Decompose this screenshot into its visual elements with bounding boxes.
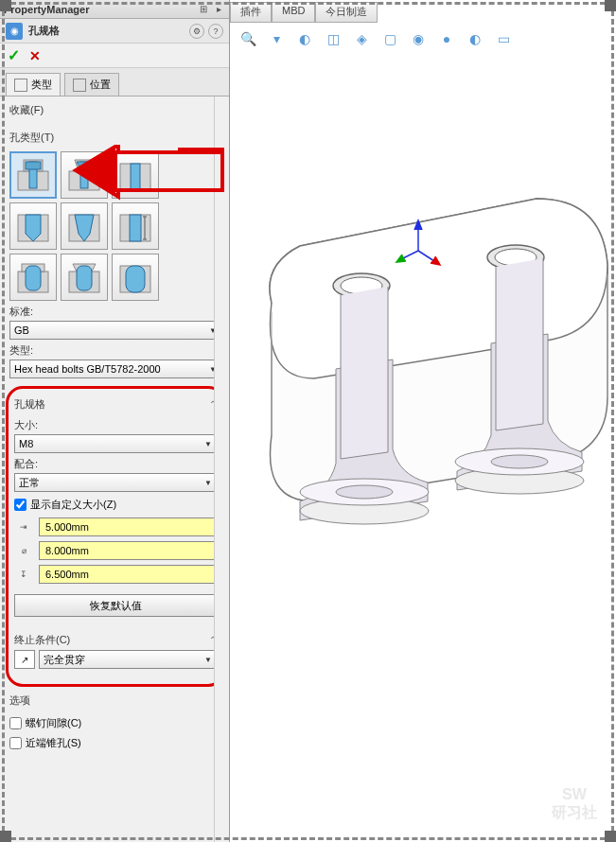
tab-position[interactable]: 位置 [64, 73, 119, 96]
hole-countersink-button[interactable] [61, 151, 108, 199]
svg-point-34 [491, 455, 548, 468]
highlight-annotation: 孔规格 ⌃ 大小: M8 ▼ 配合: 正常 ▼ 显示自定义 [6, 386, 225, 687]
custom-size-label: 显示自定义大小(Z) [30, 498, 116, 512]
dim3-input[interactable]: 6.500mm [39, 565, 217, 584]
reverse-direction-icon[interactable]: ↗ [14, 650, 35, 669]
fit-label: 配合: [14, 457, 217, 471]
view-toolbar: 🔍 ▾ ◐ ◫ ◈ ▢ ◉ ● ◐ ▭ [238, 26, 514, 51]
standard-label: 标准: [9, 305, 221, 319]
help-icon[interactable]: ? [208, 24, 223, 39]
dim-cbore-dia-icon: ⌀ [14, 541, 33, 560]
hole-wizard-icon: ◉ [6, 23, 23, 40]
ok-cancel-bar: ✓ ✕ [0, 44, 229, 68]
view-settings-icon[interactable]: ▭ [493, 28, 514, 49]
scrollbar[interactable] [214, 96, 229, 842]
size-value: M8 [19, 438, 33, 449]
standard-dropdown[interactable]: GB ▼ [9, 321, 221, 340]
end-condition-header[interactable]: 终止条件(C) ⌃ [14, 630, 217, 650]
fit-value: 正常 [19, 476, 40, 490]
tabs: 类型 位置 [0, 68, 229, 96]
section-view-icon[interactable]: ◫ [323, 28, 343, 49]
hole-type-header[interactable]: 孔类型(T) ⌃ [9, 128, 221, 148]
dropdown-arrow-icon: ▼ [204, 440, 212, 448]
type-label: 类型: [9, 343, 221, 358]
hole-type-grid [9, 151, 221, 301]
fit-dropdown[interactable]: 正常 ▼ [14, 473, 217, 492]
opt2-label: 近端锥孔(S) [26, 736, 81, 750]
dropdown-arrow-icon: ▼ [204, 656, 212, 664]
feature-title: 孔规格 [28, 24, 189, 38]
3d-model [230, 76, 616, 738]
hole-slot1-button[interactable] [9, 254, 57, 301]
favorites-header[interactable]: 收藏(F) ⌄ [9, 100, 221, 120]
edit-appearance-icon[interactable]: ● [436, 28, 457, 49]
svg-rect-21 [126, 266, 145, 292]
dropdown-arrow-icon: ▼ [204, 479, 212, 487]
type-value: Hex head bolts GB/T5782-2000 [14, 363, 161, 375]
tab-type-label: 类型 [31, 78, 52, 92]
hole-spec-label: 孔规格 [14, 397, 45, 412]
svg-rect-3 [26, 162, 41, 169]
screw-clearance-checkbox[interactable] [9, 717, 22, 729]
options-icon[interactable]: ⚙ [189, 24, 204, 39]
ok-button[interactable]: ✓ [8, 46, 20, 64]
favorites-label: 收藏(F) [9, 103, 44, 117]
end-condition-value: 完全贯穿 [44, 653, 85, 667]
dim-through-icon: ⇥ [14, 517, 33, 536]
feature-header: ◉ 孔规格 ⚙ ? [0, 19, 229, 44]
custom-size-checkbox[interactable] [14, 499, 26, 511]
previous-view-icon[interactable]: ◐ [294, 28, 315, 49]
tab-mbd[interactable]: MBD [272, 2, 315, 23]
split-icon[interactable]: ▸ [212, 3, 225, 16]
end-condition-dropdown[interactable]: 完全贯穿 ▼ [39, 650, 217, 669]
watermark: SW 研习社 [552, 786, 597, 823]
hole-counterbore-button[interactable] [9, 151, 57, 199]
hole-slot3-button[interactable] [112, 254, 159, 301]
hole-hole-button[interactable] [112, 151, 159, 199]
options-label: 选项 [9, 693, 30, 708]
zoom-fit-icon[interactable]: 🔍 [238, 28, 258, 49]
svg-rect-7 [131, 164, 140, 190]
ribbon-tabs: 插件 MBD 今日制造 [230, 2, 378, 23]
size-label: 大小: [14, 418, 217, 432]
tab-position-label: 位置 [90, 78, 111, 92]
scroll-area[interactable]: 收藏(F) ⌄ 孔类型(T) ⌃ [0, 96, 229, 842]
pm-title: PropertyManager [4, 4, 197, 15]
hole-straight-tap-button[interactable] [9, 202, 57, 250]
hole-tapered-tap-button[interactable] [61, 202, 108, 250]
hide-show-icon[interactable]: ◉ [408, 28, 429, 49]
pm-header: PropertyManager ⊞ ▸ [0, 0, 229, 19]
restore-defaults-button[interactable]: 恢复默认值 [14, 594, 217, 617]
tab-type[interactable]: 类型 [6, 73, 61, 96]
end-condition-label: 终止条件(C) [14, 633, 70, 647]
zoom-area-icon[interactable]: ▾ [266, 28, 287, 49]
svg-rect-17 [26, 266, 41, 290]
tab-today[interactable]: 今日制造 [315, 2, 378, 23]
svg-rect-19 [77, 266, 92, 290]
svg-rect-11 [130, 215, 141, 241]
position-tab-icon [73, 79, 86, 92]
dim-cbore-depth-icon: ↧ [14, 565, 33, 584]
options-header[interactable]: 选项 ⌃ [9, 691, 221, 710]
dim2-input[interactable]: 8.000mm [39, 541, 217, 560]
view-orient-icon[interactable]: ◈ [351, 28, 372, 49]
near-countersink-checkbox[interactable] [9, 737, 22, 749]
hole-slot2-button[interactable] [61, 254, 108, 301]
property-manager-panel: PropertyManager ⊞ ▸ ◉ 孔规格 ⚙ ? ✓ ✕ 类型 [0, 0, 230, 842]
dim1-input[interactable]: 5.000mm [39, 517, 217, 536]
pin-icon[interactable]: ⊞ [197, 3, 210, 16]
hole-spec-header[interactable]: 孔规格 ⌃ [14, 395, 217, 414]
tab-addins[interactable]: 插件 [230, 2, 272, 23]
apply-scene-icon[interactable]: ◐ [465, 28, 485, 49]
svg-point-31 [336, 485, 393, 499]
type-tab-icon [14, 79, 27, 92]
hole-type-label: 孔类型(T) [9, 131, 54, 145]
opt1-label: 螺钉间隙(C) [26, 716, 81, 730]
3d-viewport[interactable]: 插件 MBD 今日制造 🔍 ▾ ◐ ◫ ◈ ▢ ◉ ● ◐ ▭ [230, 0, 616, 842]
type-dropdown[interactable]: Hex head bolts GB/T5782-2000 ▼ [9, 360, 221, 378]
cancel-button[interactable]: ✕ [29, 48, 41, 63]
standard-value: GB [14, 325, 29, 336]
display-style-icon[interactable]: ▢ [379, 28, 400, 49]
hole-legacy-button[interactable] [112, 202, 159, 250]
size-dropdown[interactable]: M8 ▼ [14, 434, 217, 453]
